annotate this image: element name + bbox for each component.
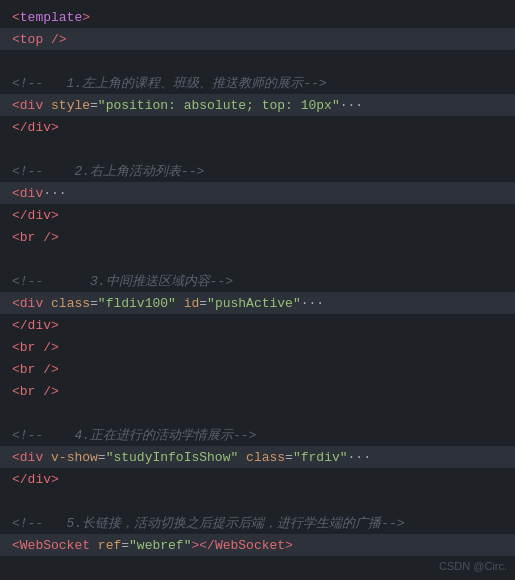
comment-text: <!-- 2.右上角活动列表--> <box>12 162 204 180</box>
token: > <box>51 120 59 135</box>
token: </ <box>12 120 28 135</box>
code-line: <br /> <box>0 380 515 402</box>
token: "webref" <box>129 538 191 553</box>
token: ··· <box>340 98 363 113</box>
code-line: <div class="fldiv100" id="pushActive"··· <box>0 292 515 314</box>
token: "pushActive" <box>207 296 301 311</box>
token <box>176 296 184 311</box>
token: < <box>12 296 20 311</box>
watermark: CSDN @Circ. <box>439 560 507 572</box>
token: </ <box>12 472 28 487</box>
token: template <box>20 10 82 25</box>
token: < <box>12 10 20 25</box>
token: < <box>12 230 20 245</box>
code-line: </div> <box>0 468 515 490</box>
token: ··· <box>348 450 371 465</box>
token: div <box>28 208 51 223</box>
token: < <box>12 362 20 377</box>
code-line: </div> <box>0 116 515 138</box>
token <box>43 296 51 311</box>
token: "frdiv" <box>293 450 348 465</box>
code-line: <div v-show="studyInfoIsShow" class="frd… <box>0 446 515 468</box>
token: div <box>28 318 51 333</box>
code-line: <WebSocket ref="webref"></WebSocket> <box>0 534 515 556</box>
token: id <box>184 296 200 311</box>
token: < <box>12 32 20 47</box>
token: /> <box>35 362 58 377</box>
token: /> <box>43 32 66 47</box>
code-line <box>0 402 515 424</box>
token: br <box>20 340 36 355</box>
token: WebSocket <box>20 538 90 553</box>
token: > <box>51 318 59 333</box>
token: ref <box>98 538 121 553</box>
token: br <box>20 384 36 399</box>
token: /> <box>35 384 58 399</box>
code-line: <br /> <box>0 336 515 358</box>
token: "fldiv100" <box>98 296 176 311</box>
token: </ <box>12 208 28 223</box>
token: < <box>12 186 20 201</box>
code-line: <!-- 3.中间推送区域内容--> <box>0 270 515 292</box>
token <box>43 450 51 465</box>
token: div <box>28 472 51 487</box>
token: br <box>20 362 36 377</box>
token: div <box>20 296 43 311</box>
token: > <box>51 208 59 223</box>
token: > <box>51 472 59 487</box>
code-line: <div style="position: absolute; top: 10p… <box>0 94 515 116</box>
token: = <box>199 296 207 311</box>
token: v-show <box>51 450 98 465</box>
token: "position: absolute; top: 10px" <box>98 98 340 113</box>
code-line: <br /> <box>0 226 515 248</box>
token: = <box>98 450 106 465</box>
token: </ <box>12 318 28 333</box>
code-line: <top /> <box>0 28 515 50</box>
token: < <box>12 384 20 399</box>
token: = <box>90 296 98 311</box>
token: top <box>20 32 43 47</box>
token: /> <box>35 340 58 355</box>
token: > <box>82 10 90 25</box>
token: "studyInfoIsShow" <box>106 450 239 465</box>
token <box>43 98 51 113</box>
token: class <box>51 296 90 311</box>
token: br <box>20 230 36 245</box>
token: < <box>12 538 20 553</box>
code-line <box>0 490 515 512</box>
token <box>238 450 246 465</box>
comment-text: <!-- 5.长链接，活动切换之后提示后端，进行学生端的广播--> <box>12 514 405 532</box>
comment-text: <!-- 3.中间推送区域内容--> <box>12 272 233 290</box>
token: style <box>51 98 90 113</box>
token: ··· <box>301 296 324 311</box>
code-line: <!-- 2.右上角活动列表--> <box>0 160 515 182</box>
comment-text: <!-- 4.正在进行的活动学情展示--> <box>12 426 256 444</box>
code-editor: <template> <top /> <!-- 1.左上角的课程、班级、推送教师… <box>0 0 515 580</box>
token: WebSocket <box>215 538 285 553</box>
token: div <box>20 98 43 113</box>
token: ··· <box>43 186 66 201</box>
token: < <box>12 98 20 113</box>
code-line <box>0 138 515 160</box>
token: div <box>28 120 51 135</box>
comment-text: <!-- 1.左上角的课程、班级、推送教师的展示--> <box>12 74 327 92</box>
token: class <box>246 450 285 465</box>
code-line: <!-- 4.正在进行的活动学情展示--> <box>0 424 515 446</box>
code-line: <template> <box>0 6 515 28</box>
code-line: <!-- 1.左上角的课程、班级、推送教师的展示--> <box>0 72 515 94</box>
token: /> <box>35 230 58 245</box>
token <box>90 538 98 553</box>
token: < <box>12 450 20 465</box>
token: < <box>12 340 20 355</box>
code-line: <br /> <box>0 358 515 380</box>
token: ></ <box>191 538 214 553</box>
code-line: <div··· <box>0 182 515 204</box>
token: div <box>20 186 43 201</box>
code-line: <!-- 5.长链接，活动切换之后提示后端，进行学生端的广播--> <box>0 512 515 534</box>
token: = <box>121 538 129 553</box>
token: div <box>20 450 43 465</box>
code-line <box>0 50 515 72</box>
token: = <box>285 450 293 465</box>
code-line: </div> <box>0 204 515 226</box>
token: > <box>285 538 293 553</box>
